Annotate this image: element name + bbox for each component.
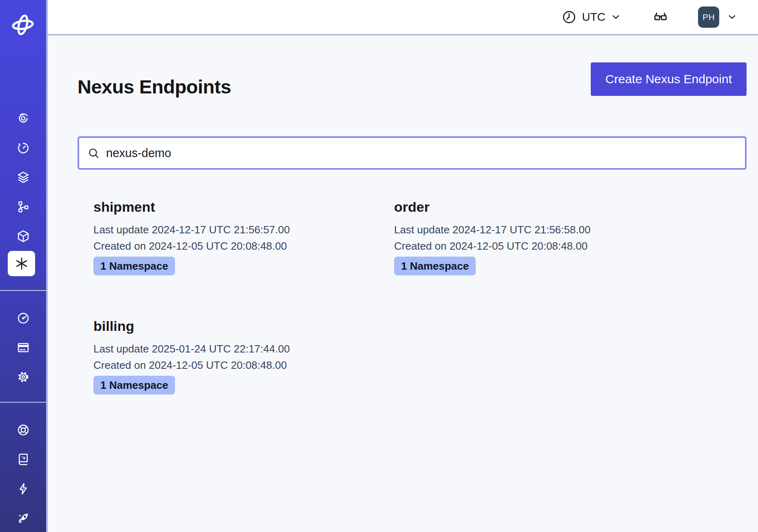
labs-toggle[interactable]	[652, 9, 669, 25]
namespace-badge: 1 Namespace	[394, 257, 476, 275]
user-menu[interactable]: PH	[698, 7, 738, 28]
asterisk-icon	[14, 256, 29, 271]
gauge-icon[interactable]	[0, 310, 46, 326]
lightning-icon[interactable]	[0, 481, 46, 497]
search-input[interactable]	[106, 146, 737, 160]
timezone-dropdown[interactable]: UTC	[561, 9, 621, 25]
endpoint-last-update: Last update 2025-01-24 UTC 22:17:44.00	[93, 341, 394, 357]
cube-icon[interactable]	[0, 228, 46, 244]
glasses-icon	[652, 9, 669, 25]
gear-icon[interactable]	[0, 369, 46, 385]
timer-icon[interactable]	[0, 140, 46, 156]
endpoint-card[interactable]: order Last update 2024-12-17 UTC 21:56:5…	[394, 198, 695, 275]
lifebuoy-icon[interactable]	[0, 422, 46, 438]
endpoint-card[interactable]: billing Last update 2025-01-24 UTC 22:17…	[93, 317, 394, 395]
endpoint-last-update: Last update 2024-12-17 UTC 21:56:58.00	[394, 222, 695, 238]
endpoint-created: Created on 2024-12-05 UTC 20:08:48.00	[93, 357, 394, 373]
nexus-nav-active[interactable]	[8, 251, 35, 276]
clock-icon	[561, 9, 577, 25]
sidebar	[0, 0, 48, 532]
sidebar-divider	[0, 290, 46, 291]
rocket-icon[interactable]	[0, 510, 46, 526]
layers-icon[interactable]	[0, 169, 46, 185]
namespace-badge: 1 Namespace	[93, 257, 175, 275]
book-sparkles-icon[interactable]	[0, 451, 46, 468]
avatar-initials: PH	[703, 12, 715, 22]
spiral-icon[interactable]	[0, 110, 46, 126]
workflow-graph-icon[interactable]	[0, 199, 46, 215]
chevron-down-icon	[610, 11, 621, 22]
endpoint-card[interactable]: shipment Last update 2024-12-17 UTC 21:5…	[93, 198, 394, 275]
create-nexus-endpoint-button[interactable]: Create Nexus Endpoint	[591, 62, 747, 96]
namespace-badge: 1 Namespace	[93, 376, 175, 395]
endpoint-created: Created on 2024-12-05 UTC 20:08:48.00	[394, 238, 695, 254]
endpoint-name: billing	[93, 317, 394, 335]
search-icon	[87, 147, 100, 160]
temporal-logo[interactable]	[10, 14, 36, 38]
main-column: UTC PH Nexus Endpoints Create Nexus Endp	[48, 0, 758, 532]
chevron-down-icon	[727, 11, 738, 22]
endpoint-last-update: Last update 2024-12-17 UTC 21:56:57.00	[93, 222, 394, 238]
endpoint-created: Created on 2024-12-05 UTC 20:08:48.00	[93, 238, 394, 254]
credit-card-icon[interactable]	[0, 339, 46, 356]
content-area: Nexus Endpoints Create Nexus Endpoint sh…	[48, 35, 758, 532]
sidebar-divider	[0, 402, 46, 403]
endpoint-name: order	[394, 198, 695, 216]
avatar: PH	[698, 7, 719, 28]
endpoints-grid: shipment Last update 2024-12-17 UTC 21:5…	[93, 198, 747, 395]
topbar: UTC PH	[48, 0, 758, 35]
endpoint-name: shipment	[93, 198, 394, 216]
search-box	[78, 136, 747, 170]
timezone-label: UTC	[582, 11, 605, 24]
